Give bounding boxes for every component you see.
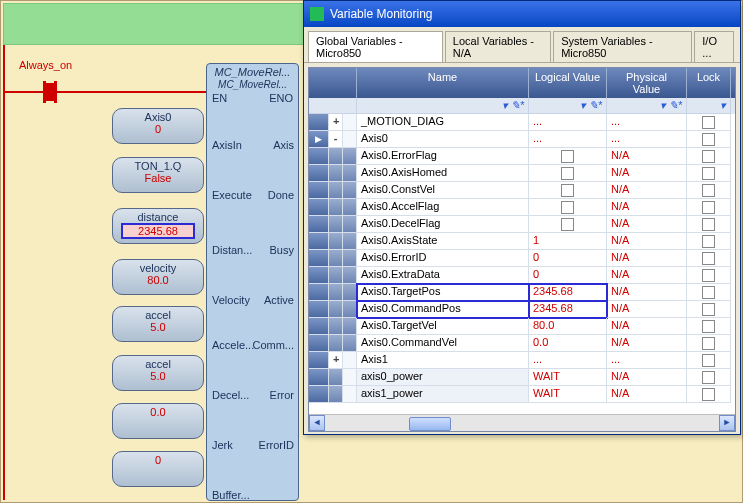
fb-input-box[interactable]: accel5.0 (112, 355, 204, 391)
function-block[interactable]: MC_MoveRel... MC_MoveRel... EN ENO AxisI… (206, 63, 299, 501)
cell-logical-value[interactable] (529, 182, 607, 199)
cell-name[interactable]: Axis0.TargetVel (357, 318, 529, 335)
grid-row[interactable]: +Axis1...... (309, 352, 735, 369)
cell-logical-value[interactable]: WAIT (529, 369, 607, 386)
cell-physical-value[interactable]: N/A (607, 318, 687, 335)
grid-row[interactable]: +_MOTION_DIAG...... (309, 114, 735, 131)
lock-checkbox[interactable] (702, 286, 715, 299)
cell-physical-value[interactable]: ... (607, 114, 687, 131)
fb-input-box[interactable]: 0.0 (112, 403, 204, 439)
cell-physical-value[interactable]: N/A (607, 182, 687, 199)
cell-logical-value[interactable]: WAIT (529, 386, 607, 403)
cell-physical-value[interactable]: N/A (607, 301, 687, 318)
cell-lock[interactable] (687, 318, 731, 335)
grid-row[interactable]: axis0_powerWAITN/A (309, 369, 735, 386)
fb-input-box[interactable]: Axis00 (112, 108, 204, 144)
grid-row[interactable]: Axis0.AxisState1N/A (309, 233, 735, 250)
cell-physical-value[interactable]: N/A (607, 199, 687, 216)
cell-logical-value[interactable]: 1 (529, 233, 607, 250)
tab[interactable]: I/O ... (694, 31, 734, 62)
lock-checkbox[interactable] (702, 252, 715, 265)
checkbox[interactable] (561, 218, 574, 231)
cell-physical-value[interactable]: N/A (607, 216, 687, 233)
cell-lock[interactable] (687, 369, 731, 386)
row-gutter[interactable] (309, 199, 329, 216)
cell-name[interactable]: Axis0.AxisState (357, 233, 529, 250)
cell-lock[interactable] (687, 114, 731, 131)
lock-checkbox[interactable] (702, 303, 715, 316)
grid-row[interactable]: Axis0.CommandVel0.0N/A (309, 335, 735, 352)
grid-row[interactable]: axis1_powerWAITN/A (309, 386, 735, 403)
cell-logical-value[interactable]: 2345.68 (529, 284, 607, 301)
cell-lock[interactable] (687, 148, 731, 165)
expand-toggle[interactable]: + (329, 114, 343, 131)
row-gutter[interactable] (309, 148, 329, 165)
expand-toggle[interactable]: + (329, 352, 343, 369)
cell-name[interactable]: Axis0 (357, 131, 529, 148)
row-gutter[interactable] (309, 352, 329, 369)
grid-row[interactable]: Axis0.ConstVelN/A (309, 182, 735, 199)
fb-input-box[interactable]: accel5.0 (112, 306, 204, 342)
row-gutter[interactable] (309, 267, 329, 284)
checkbox[interactable] (561, 201, 574, 214)
checkbox[interactable] (561, 150, 574, 163)
cell-physical-value[interactable]: N/A (607, 148, 687, 165)
lock-checkbox[interactable] (702, 218, 715, 231)
lock-checkbox[interactable] (702, 235, 715, 248)
lock-checkbox[interactable] (702, 116, 715, 129)
cell-physical-value[interactable]: N/A (607, 369, 687, 386)
row-gutter[interactable] (309, 301, 329, 318)
cell-lock[interactable] (687, 352, 731, 369)
cell-physical-value[interactable]: N/A (607, 165, 687, 182)
grid-row[interactable]: Axis0.AxisHomedN/A (309, 165, 735, 182)
col-lv[interactable]: Logical Value (529, 68, 607, 98)
fb-input-box[interactable]: velocity80.0 (112, 259, 204, 295)
scroll-right-arrow-icon[interactable]: ► (719, 415, 735, 431)
cell-physical-value[interactable]: N/A (607, 233, 687, 250)
lock-checkbox[interactable] (702, 201, 715, 214)
filter-icon[interactable]: ▾ ✎* (580, 99, 602, 111)
col-name[interactable]: Name (357, 68, 529, 98)
cell-name[interactable]: Axis0.AccelFlag (357, 199, 529, 216)
cell-lock[interactable] (687, 131, 731, 148)
cell-physical-value[interactable]: N/A (607, 386, 687, 403)
fb-input-box[interactable]: distance2345.68 (112, 208, 204, 244)
tab[interactable]: Global Variables - Micro850 (308, 31, 443, 62)
lock-checkbox[interactable] (702, 388, 715, 401)
cell-logical-value[interactable] (529, 165, 607, 182)
grid-row[interactable]: Axis0.ErrorID0N/A (309, 250, 735, 267)
filter-icon[interactable]: ▾ ✎* (660, 99, 682, 111)
checkbox[interactable] (561, 184, 574, 197)
lock-checkbox[interactable] (702, 269, 715, 282)
cell-name[interactable]: Axis0.CommandVel (357, 335, 529, 352)
lock-checkbox[interactable] (702, 133, 715, 146)
fb-input-box[interactable]: 0 (112, 451, 204, 487)
lock-checkbox[interactable] (702, 320, 715, 333)
lock-checkbox[interactable] (702, 354, 715, 367)
cell-logical-value[interactable] (529, 199, 607, 216)
expand-toggle[interactable]: - (329, 131, 343, 148)
row-gutter[interactable] (309, 165, 329, 182)
cell-logical-value[interactable]: ... (529, 114, 607, 131)
grid-row[interactable]: Axis0.CommandPos2345.68N/A (309, 301, 735, 318)
cell-physical-value[interactable]: ... (607, 352, 687, 369)
filter-icon[interactable]: ▾ (720, 99, 726, 111)
cell-logical-value[interactable]: 0 (529, 250, 607, 267)
cell-name[interactable]: Axis0.CommandPos (357, 301, 529, 318)
cell-lock[interactable] (687, 182, 731, 199)
horizontal-scrollbar[interactable]: ◄ ► (309, 414, 735, 431)
cell-name[interactable]: Axis0.ConstVel (357, 182, 529, 199)
cell-logical-value[interactable] (529, 216, 607, 233)
cell-logical-value[interactable]: 2345.68 (529, 301, 607, 318)
tab[interactable]: System Variables - Micro850 (553, 31, 692, 62)
fb-input-box[interactable]: TON_1.QFalse (112, 157, 204, 193)
grid-row[interactable]: Axis0.TargetVel80.0N/A (309, 318, 735, 335)
cell-name[interactable]: _MOTION_DIAG (357, 114, 529, 131)
cell-lock[interactable] (687, 199, 731, 216)
row-selector-arrow-icon[interactable] (309, 131, 329, 148)
grid-row[interactable]: Axis0.ExtraData0N/A (309, 267, 735, 284)
grid-filter-row[interactable]: ▾ ✎* ▾ ✎* ▾ ✎* ▾ (309, 98, 735, 114)
cell-lock[interactable] (687, 250, 731, 267)
cell-name[interactable]: axis0_power (357, 369, 529, 386)
contact[interactable] (39, 81, 61, 103)
